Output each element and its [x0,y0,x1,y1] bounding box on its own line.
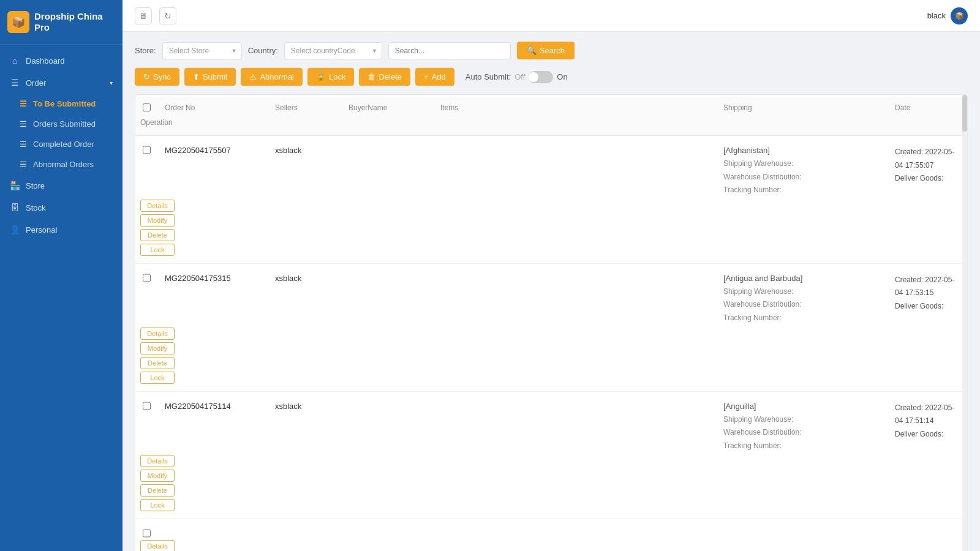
row3-seller: xsblack [268,399,341,413]
row1-seller: xsblack [268,143,341,157]
sidebar-item-completed-order[interactable]: ☰ Completed Order [0,134,123,154]
row1-operations: Details Modify Delete Lock [135,200,157,256]
lock-button[interactable]: 🔒 Lock [307,68,354,86]
store-select[interactable]: Select Store [162,42,242,59]
sidebar-item-order[interactable]: ☰ Order ▾ [0,72,123,94]
add-button[interactable]: + Add [415,68,454,86]
order-icon: ☰ [10,78,20,88]
main-area: 🖥 ↻ black 📦 Store: Select Store Country:… [123,0,980,551]
th-checkbox [135,101,157,116]
row2-modify-button[interactable]: Modify [140,342,175,354]
delete-icon: 🗑 [368,72,375,81]
row3-lock-button[interactable]: Lock [140,499,175,511]
sidebar-item-abnormal-orders-label: Abnormal Orders [33,160,94,169]
sync-button[interactable]: ↻ Sync [135,68,179,86]
content-area: Store: Select Store Country: Select coun… [123,32,980,551]
submit-button[interactable]: ⬆ Submit [184,68,236,86]
search-button[interactable]: 🔍 Search [517,42,575,59]
row4-checkbox-cell [135,527,157,540]
refresh-icon[interactable]: ↻ [159,7,176,24]
topbar: 🖥 ↻ black 📦 [123,0,980,32]
list-icon-2: ☰ [20,119,27,129]
row1-checkbox-cell [135,143,157,157]
monitor-icon[interactable]: 🖥 [135,7,152,24]
row3-shipping: [Anguilla] Shipping Warehouse: Warehouse… [716,399,888,455]
logo-icon: 📦 [7,11,29,33]
row1-shipping-detail: Shipping Warehouse: Warehouse Distributi… [723,157,880,197]
th-order-no: Order No [157,101,268,116]
toggle-on-label: On [557,72,567,81]
action-bar: ↻ Sync ⬆ Submit ⚠ Abnormal 🔒 Lock 🗑 Dele… [135,68,968,86]
row3-details-button[interactable]: Details [140,455,175,467]
row2-date: Created: 2022-05-04 17:53:15 Deliver Goo… [888,271,967,316]
row2-shipping: [Antigua and Barbuda] Shipping Warehouse… [716,271,888,328]
country-select[interactable]: Select countryCode [284,42,382,59]
toggle-knob [529,72,538,82]
store-label: Store: [135,46,156,55]
row3-delete-button[interactable]: Delete [140,484,175,497]
row2-delete-button[interactable]: Delete [140,357,175,369]
search-input[interactable] [388,42,511,59]
row2-items [433,271,716,276]
row1-details-button[interactable]: Details [140,200,175,212]
sidebar: 📦 Dropship China Pro ⌂ Dashboard ☰ Order… [0,0,123,551]
row1-date: Created: 2022-05-04 17:55:07 Deliver Goo… [888,143,967,188]
row1-modify-button[interactable]: Modify [140,214,175,227]
abnormal-button[interactable]: ⚠ Abnormal [241,68,303,86]
row2-checkbox[interactable] [143,274,151,282]
upload-icon: ⬆ [193,72,200,81]
row1-order-no: MG220504175507 [157,143,268,157]
personal-icon: 👤 [10,225,20,234]
row1-items [433,143,716,148]
warning-icon: ⚠ [249,72,257,81]
row1-buyer [341,143,433,148]
row4-details-button[interactable]: Details [140,540,175,551]
row2-lock-button[interactable]: Lock [140,372,175,384]
search-icon: 🔍 [527,46,537,55]
list-icon-3: ☰ [20,140,27,149]
sidebar-item-dashboard[interactable]: ⌂ Dashboard [0,50,123,72]
th-sellers: Sellers [268,101,341,116]
sidebar-item-to-be-submitted[interactable]: ☰ To Be Submitted [0,94,123,114]
username-label: black [927,11,946,20]
table-row: MG220504175315 xsblack [Antigua and Barb… [135,264,967,392]
row2-details-button[interactable]: Details [140,328,175,340]
home-icon: ⌂ [10,56,20,66]
sidebar-item-stock[interactable]: 🗄 Stock [0,197,123,219]
delete-button[interactable]: 🗑 Delete [359,68,410,86]
th-operation: Operation [135,116,157,129]
sidebar-item-abnormal-orders[interactable]: ☰ Abnormal Orders [0,154,123,174]
avatar-initial: 📦 [955,12,964,20]
row3-shipping-detail: Shipping Warehouse: Warehouse Distributi… [723,413,880,453]
auto-submit-toggle[interactable] [529,71,553,83]
row4-checkbox[interactable] [143,529,151,538]
scrollbar-thumb[interactable] [962,95,967,132]
sync-label: Sync [153,72,171,81]
th-buyername: BuyerName [341,101,433,116]
row2-order-no: MG220504175315 [157,271,268,285]
row3-modify-button[interactable]: Modify [140,470,175,482]
row3-checkbox[interactable] [143,402,151,410]
row2-operations: Details Modify Delete Lock [135,328,157,384]
sidebar-item-orders-submitted[interactable]: ☰ Orders Submitted [0,114,123,134]
row1-lock-button[interactable]: Lock [140,244,175,256]
row4-date [888,527,967,531]
submit-label: Submit [203,72,227,81]
row1-checkbox[interactable] [143,146,151,154]
row1-shipping: [Afghanistan] Shipping Warehouse: Wareho… [716,143,888,200]
select-all-checkbox[interactable] [143,103,151,111]
country-label: Country: [248,46,278,55]
row1-shipping-country: [Afghanistan] [723,146,880,155]
sidebar-item-store[interactable]: 🏪 Store [0,174,123,197]
toggle-off-label: Off [514,72,525,81]
row2-shipping-country: [Antigua and Barbuda] [723,274,880,283]
sidebar-logo: 📦 Dropship China Pro [0,0,123,45]
sidebar-item-personal[interactable]: 👤 Personal [0,219,123,241]
row1-delete-button[interactable]: Delete [140,229,175,241]
add-label: Add [432,72,446,81]
stock-icon: 🗄 [10,203,20,212]
row4-buyer [341,527,433,531]
chevron-down-icon: ▾ [110,80,113,86]
sync-icon: ↻ [143,72,150,81]
store-select-wrapper: Select Store [162,42,242,59]
